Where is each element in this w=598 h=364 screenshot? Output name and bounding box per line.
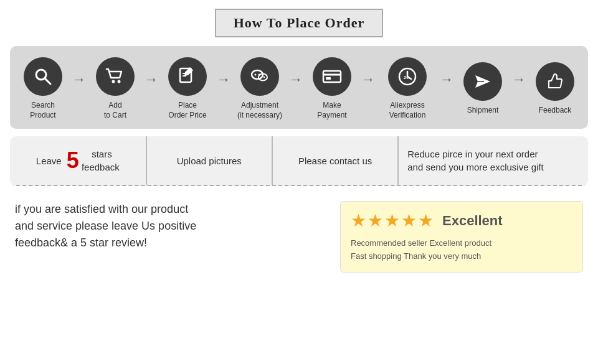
step-circle-search: [24, 57, 62, 96]
benefit-contact-text: Please contact us: [298, 154, 372, 167]
review-excellent: Excellent: [442, 213, 503, 229]
benefits-section: Leave 5 starsfeedback Upload pictures Pl…: [10, 136, 588, 186]
page-wrapper: How To Place Order SearchProduct →: [0, 0, 598, 286]
step-label-adjustment: Adjustment(it necessary): [237, 101, 282, 120]
edit-icon: [176, 65, 199, 88]
step-circle-feedback: [536, 62, 574, 101]
arrow-2: →: [145, 72, 158, 88]
svg-point-12: [263, 77, 265, 78]
step-search: SearchProduct: [15, 57, 71, 120]
step-verification: 24 AliexpressVerification: [376, 57, 439, 120]
benefit-stars-text-before: Leave: [36, 154, 64, 167]
svg-rect-15: [326, 77, 331, 80]
review-header: ★★★★★ Excellent: [351, 210, 572, 231]
svg-point-2: [112, 80, 115, 83]
cart-icon: [104, 65, 126, 88]
svg-rect-13: [323, 71, 341, 82]
card-icon: [321, 65, 343, 88]
page-title: How To Place Order: [215, 9, 383, 37]
step-circle-adjustment: [240, 57, 279, 96]
svg-text:24: 24: [404, 75, 409, 80]
step-label-shipment: Shipment: [467, 106, 499, 116]
review-stars: ★★★★★: [351, 210, 435, 231]
step-circle-shipment: [463, 62, 502, 101]
step-label-search: SearchProduct: [30, 101, 55, 120]
step-circle-payment: [313, 57, 351, 96]
step-circle-verification: 24: [388, 57, 427, 96]
step-shipment: Shipment: [455, 62, 511, 116]
plane-icon: [472, 70, 494, 93]
benefit-stars: Leave 5 starsfeedback: [10, 136, 147, 185]
steps-row: SearchProduct → Addto Cart →: [22, 57, 576, 120]
benefits-row: Leave 5 starsfeedback Upload pictures Pl…: [10, 136, 588, 186]
search-icon: [32, 65, 54, 88]
arrow-7: →: [512, 72, 526, 88]
clock24-icon: 24: [396, 65, 419, 88]
arrow-4: →: [289, 72, 303, 88]
arrow-3: →: [217, 72, 230, 88]
bottom-section: if you are satisfied with our product an…: [10, 194, 588, 278]
thumbsup-icon: [544, 70, 566, 93]
benefit-pictures: Upload pictures: [147, 136, 273, 185]
step-payment: MakePayment: [304, 57, 360, 120]
benefit-reduce-text: Reduce pirce in your next orderand send …: [407, 147, 543, 174]
step-cart: Addto Cart: [87, 57, 143, 120]
title-section: How To Place Order: [10, 9, 588, 37]
benefit-contact: Please contact us: [273, 136, 399, 185]
wechat-icon: [249, 65, 271, 88]
step-label-feedback: Feedback: [539, 106, 572, 116]
step-circle-order: [168, 57, 207, 96]
arrow-5: →: [361, 72, 375, 88]
step-label-payment: MakePayment: [317, 101, 346, 120]
step-adjustment: Adjustment(it necessary): [232, 57, 288, 120]
arrow-6: →: [440, 72, 453, 88]
svg-line-1: [45, 78, 50, 84]
benefit-reduce: Reduce pirce in your next orderand send …: [399, 136, 588, 185]
step-order: PlaceOrder Price: [159, 57, 216, 120]
svg-point-3: [118, 80, 121, 83]
bottom-text: if you are satisfied with our product an…: [15, 201, 328, 251]
review-box: ★★★★★ Excellent Recommended seller Excel…: [340, 201, 583, 273]
benefit-stars-text-after: starsfeedback: [82, 147, 120, 174]
step-label-order: PlaceOrder Price: [168, 101, 206, 120]
step-feedback: Feedback: [527, 62, 583, 116]
svg-point-8: [255, 74, 257, 76]
step-label-cart: Addto Cart: [104, 101, 126, 120]
benefit-big-number: 5: [67, 149, 79, 172]
arrow-1: →: [72, 72, 86, 88]
step-circle-cart: [96, 57, 135, 96]
review-line-1: Recommended seller Excellent product: [351, 237, 572, 250]
step-label-verification: AliexpressVerification: [389, 101, 426, 120]
steps-section: SearchProduct → Addto Cart →: [10, 46, 588, 129]
svg-point-11: [261, 77, 262, 78]
benefit-pictures-text: Upload pictures: [177, 154, 242, 167]
review-line-2: Fast shopping Thank you very much: [351, 250, 572, 263]
